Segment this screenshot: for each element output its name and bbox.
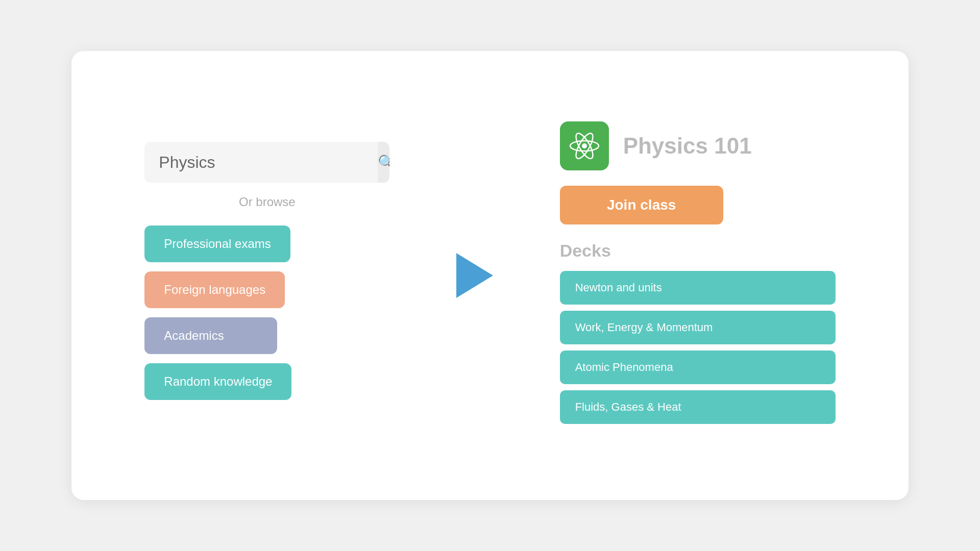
atom-icon bbox=[568, 130, 601, 162]
deck-atomic-phenomena[interactable]: Atomic Phenomena bbox=[560, 350, 836, 384]
arrow-divider bbox=[454, 253, 495, 298]
arrow-right-icon bbox=[456, 253, 493, 298]
deck-work-energy-momentum[interactable]: Work, Energy & Momentum bbox=[560, 311, 836, 344]
decks-label: Decks bbox=[560, 241, 611, 261]
left-panel: 🔍 Or browse Professional exams Foreign l… bbox=[144, 142, 389, 409]
right-panel: Physics 101 Join class Decks Newton and … bbox=[560, 121, 836, 430]
svg-point-0 bbox=[582, 143, 587, 148]
class-icon bbox=[560, 121, 609, 170]
category-foreign-languages[interactable]: Foreign languages bbox=[144, 271, 285, 308]
category-professional-exams[interactable]: Professional exams bbox=[144, 226, 290, 262]
deck-newton-and-units[interactable]: Newton and units bbox=[560, 271, 836, 305]
main-container: 🔍 Or browse Professional exams Foreign l… bbox=[71, 51, 909, 500]
search-row: 🔍 bbox=[144, 142, 389, 183]
or-browse-label: Or browse bbox=[144, 195, 389, 209]
search-input[interactable] bbox=[144, 142, 378, 183]
deck-fluids-gases-heat[interactable]: Fluids, Gases & Heat bbox=[560, 390, 836, 424]
search-icon: 🔍 bbox=[378, 154, 389, 171]
class-header: Physics 101 bbox=[560, 121, 752, 170]
category-random-knowledge[interactable]: Random knowledge bbox=[144, 363, 291, 400]
class-title: Physics 101 bbox=[623, 133, 752, 159]
search-button[interactable]: 🔍 bbox=[378, 142, 389, 183]
category-academics[interactable]: Academics bbox=[144, 317, 277, 354]
join-class-button[interactable]: Join class bbox=[560, 186, 723, 224]
